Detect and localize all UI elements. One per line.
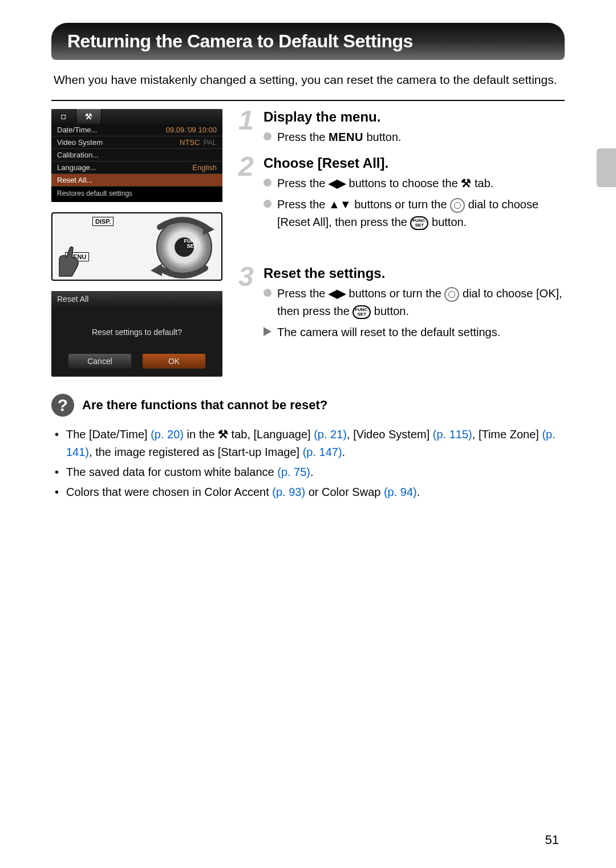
- page-reference: (p. 21): [314, 428, 347, 441]
- left-right-icon: ◀▶: [329, 177, 346, 189]
- rotate-arrows-icon: [148, 216, 217, 278]
- dialog-buttons: Cancel OK: [51, 354, 222, 372]
- step: 1Display the menu.Press the MENU button.: [238, 109, 565, 146]
- page-reference: (p. 115): [433, 428, 472, 441]
- tools-icon: ⚒: [85, 112, 92, 121]
- page-reference: (p. 94): [384, 486, 417, 498]
- intro-text: When you have mistakenly changed a setti…: [51, 71, 565, 88]
- lcd-menu-screenshot: ◘ ⚒ Date/Time...09.09.'09 10:00Video Sys…: [51, 109, 222, 202]
- func-set-label: FUNC.SET: [184, 239, 200, 249]
- control-dial-icon: [450, 198, 465, 213]
- menu-word-icon: MENU: [329, 131, 363, 143]
- step-number: 2: [238, 151, 254, 182]
- tools-icon: ⚒: [218, 428, 228, 441]
- lcd-row: Reset All...: [51, 174, 222, 187]
- disp-label: DISP.: [92, 217, 114, 226]
- page-title: Returning the Camera to Default Settings: [67, 31, 549, 52]
- lcd-row: Video SystemNTSCPAL: [51, 136, 222, 149]
- step-title: Reset the settings.: [264, 265, 565, 281]
- step-bullet: Press the ▲▼ buttons or turn the dial to…: [264, 196, 565, 231]
- question-heading: Are there functions that cannot be reset…: [82, 398, 327, 413]
- func-set-icon: FUNC.SET: [352, 305, 371, 319]
- camera-icon: ◘: [61, 112, 66, 121]
- page-title-bar: Returning the Camera to Default Settings: [51, 23, 565, 60]
- content-row: ◘ ⚒ Date/Time...09.09.'09 10:00Video Sys…: [51, 109, 565, 377]
- question-heading-row: ? Are there functions that cannot be res…: [51, 394, 565, 417]
- question-box: ? Are there functions that cannot be res…: [51, 394, 565, 501]
- question-list: The [Date/Time] (p. 20) in the ⚒ tab, [L…: [51, 426, 565, 501]
- lcd-tabbar: ◘ ⚒: [51, 109, 222, 124]
- lcd-tab-camera: ◘: [51, 109, 76, 124]
- lcd-row: Language...English: [51, 162, 222, 174]
- dialog-cancel-button: Cancel: [68, 354, 131, 369]
- tools-icon: ⚒: [461, 177, 471, 189]
- section-side-tab: [597, 148, 616, 187]
- dialog-title: Reset All: [51, 291, 222, 307]
- up-down-icon: ▲▼: [329, 198, 351, 211]
- page-reference: (p. 75): [277, 466, 310, 478]
- step-bullet: Press the ◀▶ buttons to choose the ⚒ tab…: [264, 175, 565, 192]
- lcd-row: Date/Time...09.09.'09 10:00: [51, 124, 222, 136]
- step-title: Choose [Reset All].: [264, 155, 565, 171]
- svg-marker-1: [151, 264, 162, 276]
- step-bullet: Press the ◀▶ buttons or turn the dial to…: [264, 285, 565, 320]
- step: 3Reset the settings.Press the ◀▶ buttons…: [238, 265, 565, 341]
- step-title: Display the menu.: [264, 109, 565, 125]
- svg-marker-0: [203, 223, 214, 235]
- lcd-hint: Restores default settings: [51, 187, 222, 202]
- step: 2Choose [Reset All].Press the ◀▶ buttons…: [238, 155, 565, 231]
- lcd-row: Calibration...: [51, 149, 222, 162]
- divider: [51, 100, 565, 101]
- left-column: ◘ ⚒ Date/Time...09.09.'09 10:00Video Sys…: [51, 109, 222, 377]
- question-item: The [Date/Time] (p. 20) in the ⚒ tab, [L…: [55, 426, 565, 461]
- dialog-message: Reset settings to default?: [51, 307, 222, 354]
- dial-illustration: DISP. MENU FUNC.SET: [51, 212, 222, 281]
- step-result: The camera will reset to the default set…: [264, 324, 565, 341]
- page-reference: (p. 20): [151, 428, 184, 441]
- question-item: Colors that were chosen in Color Accent …: [55, 483, 565, 501]
- page-reference: (p. 147): [303, 446, 342, 458]
- step-number: 1: [238, 104, 254, 136]
- func-set-icon: FUNC.SET: [410, 216, 428, 230]
- step-number: 3: [238, 261, 254, 292]
- dialog-ok-button: OK: [143, 354, 205, 369]
- question-mark-icon: ?: [51, 394, 74, 417]
- hand-icon: [55, 243, 89, 277]
- page-number: 51: [545, 833, 559, 847]
- step-bullet: Press the MENU button.: [264, 128, 565, 146]
- lcd-tab-tools: ⚒: [76, 109, 102, 124]
- page-reference: (p. 93): [272, 486, 305, 498]
- reset-dialog-screenshot: Reset All Reset settings to default? Can…: [51, 291, 222, 377]
- question-item: The saved data for custom white balance …: [55, 463, 565, 481]
- left-right-icon: ◀▶: [329, 287, 346, 300]
- right-column: 1Display the menu.Press the MENU button.…: [238, 109, 565, 377]
- control-dial-icon: [444, 287, 459, 302]
